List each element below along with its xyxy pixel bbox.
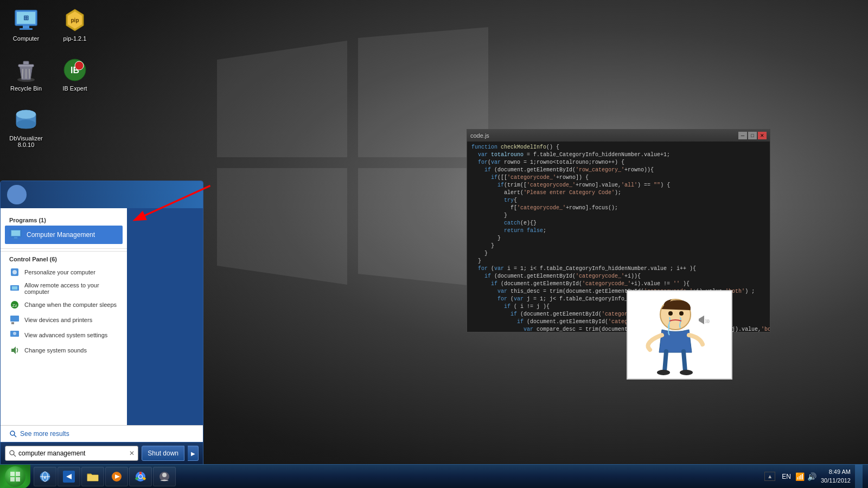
advanced-system-name: View advanced system settings bbox=[24, 332, 107, 338]
remote-access-item[interactable]: Allow remote access to your computer bbox=[5, 280, 123, 297]
svg-point-44 bbox=[10, 431, 15, 435]
computer-management-name: Computer Management bbox=[27, 231, 95, 239]
dbvisualizer-label: DbVisualizer8.0.10 bbox=[9, 135, 43, 148]
search-input[interactable] bbox=[18, 450, 127, 457]
control-panel-title: Control Panel (6) bbox=[5, 254, 123, 265]
system-tray: ▲ EN 📶 🔊 8:49 AM 30/11/2012 bbox=[759, 465, 868, 489]
start-menu-right bbox=[127, 208, 203, 425]
see-more-text: See more results bbox=[20, 430, 69, 438]
svg-text:pip: pip bbox=[71, 17, 79, 23]
taskbar-chrome[interactable] bbox=[129, 467, 152, 486]
search-clear-button[interactable]: ✕ bbox=[129, 450, 135, 457]
personalize-item[interactable]: Personalize your computer bbox=[5, 265, 123, 280]
code-titlebar: code.js ─ □ ✕ bbox=[467, 130, 770, 142]
taskbar-folder[interactable] bbox=[81, 467, 104, 486]
svg-point-18 bbox=[16, 120, 36, 129]
see-more-results[interactable]: See more results bbox=[1, 425, 203, 442]
sleep-name: Change when the computer sleeps bbox=[24, 301, 117, 308]
advanced-system-item[interactable]: View advanced system settings bbox=[5, 328, 123, 343]
svg-text:Zz: Zz bbox=[12, 303, 17, 308]
show-desktop-button[interactable] bbox=[855, 465, 863, 489]
maximize-button[interactable]: □ bbox=[748, 132, 757, 139]
computer-label: Computer bbox=[13, 35, 39, 42]
user-avatar bbox=[7, 185, 27, 204]
devices-item[interactable]: View devices and printers bbox=[5, 312, 123, 328]
start-menu-header bbox=[1, 181, 203, 208]
remote-access-icon bbox=[9, 283, 20, 294]
remote-access-name: Allow remote access to your computer bbox=[24, 282, 118, 295]
ie-icon: e bbox=[39, 470, 52, 483]
volume-icon[interactable]: 🔊 bbox=[807, 472, 816, 481]
taskbar: e bbox=[0, 464, 868, 488]
svg-rect-37 bbox=[12, 286, 17, 290]
svg-point-16 bbox=[75, 61, 84, 70]
search-box[interactable]: ✕ bbox=[5, 446, 138, 461]
code-title: code.js bbox=[470, 132, 736, 139]
svg-rect-9 bbox=[18, 65, 34, 67]
windows-watermark bbox=[217, 27, 488, 298]
personalize-name: Personalize your computer bbox=[24, 269, 95, 275]
start-menu-left: Programs (1) Computer Management bbox=[1, 208, 127, 425]
taskbar-ie[interactable]: e bbox=[34, 467, 56, 486]
svg-point-62 bbox=[162, 473, 167, 477]
pip-label: pip-1.2.1 bbox=[63, 35, 87, 42]
svg-line-45 bbox=[14, 435, 16, 437]
search-icon bbox=[9, 450, 16, 457]
svg-point-46 bbox=[10, 451, 14, 455]
svg-rect-31 bbox=[11, 230, 20, 236]
shutdown-button[interactable]: Shut down bbox=[142, 446, 184, 461]
svg-point-60 bbox=[139, 475, 142, 478]
advanced-system-icon bbox=[9, 330, 20, 341]
svg-rect-10 bbox=[23, 61, 29, 65]
start-menu: Programs (1) Computer Management bbox=[0, 181, 203, 464]
system-sounds-icon bbox=[9, 345, 20, 356]
svg-line-47 bbox=[14, 454, 16, 457]
devices-name: View devices and printers bbox=[24, 317, 92, 323]
start-menu-footer: ✕ Shut down ▶ bbox=[1, 442, 203, 464]
sleep-item[interactable]: Zz Change when the computer sleeps bbox=[5, 297, 123, 312]
devices-icon bbox=[9, 314, 20, 325]
svg-line-13 bbox=[29, 69, 30, 79]
recycle-bin-label: Recycle Bin bbox=[10, 85, 42, 92]
taskbar-wmp[interactable] bbox=[105, 467, 128, 486]
control-panel-section: Control Panel (6) Personalize your compu… bbox=[1, 251, 127, 360]
taskbar-programs: e bbox=[31, 467, 759, 486]
recycle-bin-icon[interactable]: Recycle Bin bbox=[4, 54, 48, 94]
system-clock[interactable]: 8:49 AM 30/11/2012 bbox=[821, 468, 851, 485]
ib-expert-label: IB Expert bbox=[62, 85, 87, 92]
folder-icon bbox=[86, 470, 99, 483]
programs-section-title: Programs (1) bbox=[5, 215, 123, 226]
taskbar-blue-arrow[interactable] bbox=[58, 467, 80, 486]
ib-expert-icon[interactable]: IB IB Expert bbox=[53, 54, 97, 94]
computer-icon[interactable]: ⊞ Computer bbox=[4, 4, 48, 44]
system-sounds-item[interactable]: Change system sounds bbox=[5, 343, 123, 358]
svg-rect-3 bbox=[20, 28, 33, 30]
computer-management-icon bbox=[9, 228, 22, 241]
notification-expand[interactable]: ▲ bbox=[764, 472, 775, 481]
chrome-icon bbox=[134, 470, 147, 483]
svg-point-43 bbox=[13, 332, 16, 335]
language-indicator: EN bbox=[782, 473, 791, 480]
svg-point-27 bbox=[657, 370, 670, 375]
dbvisualizer-icon[interactable]: DbVisualizer8.0.10 bbox=[4, 104, 48, 151]
clock-time: 8:49 AM bbox=[821, 468, 851, 476]
computer-management-item[interactable]: Computer Management bbox=[5, 226, 123, 244]
blue-arrow-icon bbox=[62, 470, 75, 483]
svg-text:e: e bbox=[44, 475, 47, 480]
svg-text:⊞: ⊞ bbox=[23, 14, 29, 22]
shutdown-arrow-button[interactable]: ▶ bbox=[188, 446, 199, 461]
minimize-button[interactable]: ─ bbox=[738, 132, 747, 139]
user-icon bbox=[158, 470, 171, 483]
svg-point-19 bbox=[16, 110, 36, 119]
start-button[interactable] bbox=[0, 465, 30, 489]
desktop: ⊞ Computer pip pip-1.2.1 bbox=[0, 0, 868, 488]
window-controls: ─ □ ✕ bbox=[738, 132, 767, 139]
character-image: ))) bbox=[627, 290, 732, 380]
pip-icon[interactable]: pip pip-1.2.1 bbox=[53, 4, 97, 44]
personalize-icon bbox=[9, 267, 20, 278]
taskbar-last-icon[interactable] bbox=[153, 467, 176, 486]
close-button[interactable]: ✕ bbox=[758, 132, 767, 139]
svg-rect-32 bbox=[14, 237, 17, 239]
svg-point-35 bbox=[12, 270, 17, 274]
svg-rect-33 bbox=[12, 239, 19, 240]
